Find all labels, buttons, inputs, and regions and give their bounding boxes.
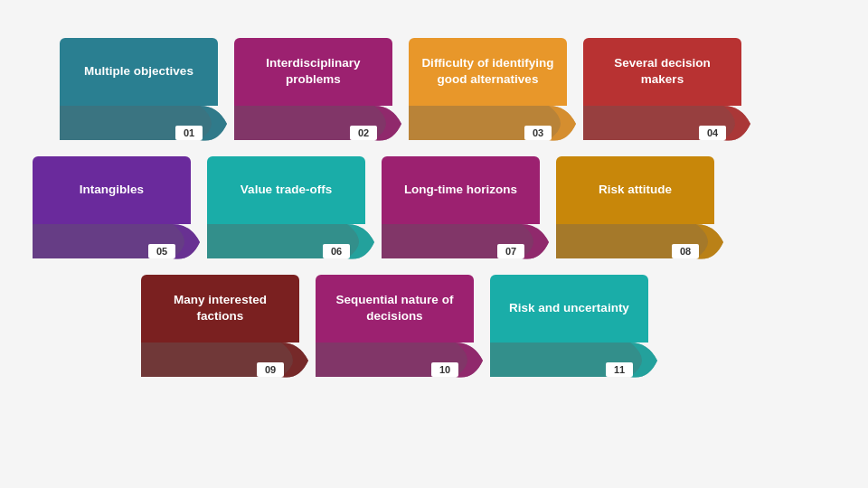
card-label: Risk attitude <box>599 182 672 198</box>
card-box: Many interested factions <box>141 275 299 343</box>
row-3: Many interested factions09Sequential nat… <box>141 275 835 380</box>
card-wrap: Long-time horizons07 <box>382 156 540 262</box>
row-1: Multiple objectives01Interdisciplinary p… <box>60 38 835 144</box>
card-scroll: 01 <box>60 106 218 144</box>
svg-text:04: 04 <box>707 127 719 138</box>
card-label: Multiple objectives <box>84 63 193 80</box>
card-label: Many interested factions <box>150 292 290 324</box>
card-wrap: Several decision makers04 <box>583 38 741 144</box>
card-scroll: 06 <box>207 224 365 262</box>
card-wrap: Intangibles05 <box>33 156 191 262</box>
card-scroll: 11 <box>490 343 648 380</box>
card-label: Intangibles <box>80 182 144 198</box>
svg-text:05: 05 <box>156 246 167 257</box>
card-scroll: 07 <box>382 224 540 262</box>
card-scroll: 04 <box>583 106 741 144</box>
card-wrap: Multiple objectives01 <box>60 38 218 144</box>
card-box: Long-time horizons <box>382 156 540 224</box>
card-scroll: 08 <box>556 224 714 262</box>
card-box: Value trade-offs <box>207 156 365 224</box>
card-box: Risk and uncertainty <box>490 275 648 343</box>
svg-text:02: 02 <box>358 127 369 138</box>
card-wrap: Risk and uncertainty11 <box>490 275 648 380</box>
card-box: Sequential nature of decisions <box>316 275 474 343</box>
card-wrap: Sequential nature of decisions10 <box>316 275 474 380</box>
card-label: Difficulty of identifying good alternati… <box>418 55 558 87</box>
card-wrap: Value trade-offs06 <box>207 156 365 262</box>
card-wrap: Difficulty of identifying good alternati… <box>409 38 567 144</box>
card-wrap: Interdisciplinary problems02 <box>234 38 392 144</box>
svg-text:03: 03 <box>533 127 543 138</box>
cards-container: Multiple objectives01Interdisciplinary p… <box>33 38 835 380</box>
card-label: Sequential nature of decisions <box>325 292 465 324</box>
card-wrap: Risk attitude08 <box>556 156 714 262</box>
card-wrap: Many interested factions09 <box>141 275 299 380</box>
card-scroll: 10 <box>316 343 474 380</box>
svg-text:10: 10 <box>439 364 450 375</box>
svg-text:11: 11 <box>614 364 625 375</box>
card-label: Several decision makers <box>592 55 732 87</box>
card-scroll: 03 <box>409 106 567 144</box>
row-2: Intangibles05Value trade-offs06Long-time… <box>33 156 835 262</box>
svg-text:01: 01 <box>184 127 194 138</box>
slide: Multiple objectives01Interdisciplinary p… <box>0 0 868 488</box>
svg-text:08: 08 <box>680 246 691 257</box>
card-label: Long-time horizons <box>404 182 517 198</box>
card-box: Multiple objectives <box>60 38 218 106</box>
card-scroll: 02 <box>234 106 392 144</box>
card-box: Intangibles <box>33 156 191 224</box>
card-box: Difficulty of identifying good alternati… <box>409 38 567 106</box>
card-label: Interdisciplinary problems <box>243 55 383 87</box>
svg-text:09: 09 <box>265 364 276 375</box>
svg-text:06: 06 <box>331 246 342 257</box>
card-box: Interdisciplinary problems <box>234 38 392 106</box>
card-box: Risk attitude <box>556 156 714 224</box>
card-label: Value trade-offs <box>241 182 332 198</box>
card-scroll: 09 <box>141 343 299 380</box>
card-scroll: 05 <box>33 224 191 262</box>
card-box: Several decision makers <box>583 38 741 106</box>
svg-text:07: 07 <box>505 246 516 257</box>
card-label: Risk and uncertainty <box>509 300 629 316</box>
